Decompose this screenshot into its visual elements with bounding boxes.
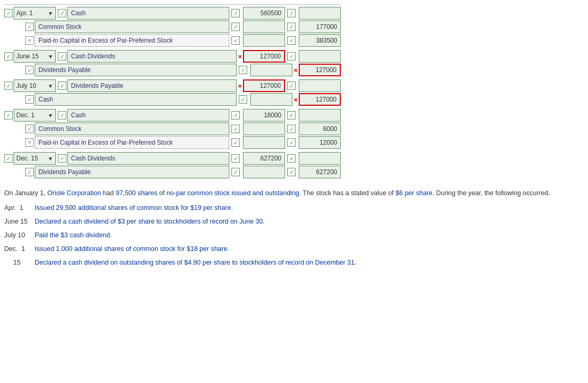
debit-empty-apr1[interactable]: 0 — [243, 21, 285, 33]
debit-cash-dec1[interactable]: 18000 — [243, 109, 285, 122]
debit-empty-july10[interactable]: 0 — [250, 93, 292, 106]
check-june15-cr[interactable] — [287, 52, 296, 61]
check-dec1-cr1[interactable] — [25, 125, 34, 133]
debit-cashdiv-june15[interactable]: 127000 — [243, 50, 285, 63]
account-paidin-dec1[interactable]: Paid-in Capital in Excess of Par-Preferr… — [35, 136, 229, 149]
check-dec15-debit[interactable] — [58, 154, 66, 163]
debit-cashdiv-dec15[interactable]: 627200 — [243, 152, 285, 165]
check-amt1[interactable] — [231, 9, 240, 17]
date-select-dec1[interactable]: Dec. 1 ▼ — [14, 109, 56, 122]
entry-row-dec15-debit: Dec. 15 ▼ Cash Dividends 627200 0 — [4, 152, 341, 165]
credit-amount-apr1[interactable]: 177000 — [299, 21, 341, 33]
check-credit2[interactable] — [287, 23, 296, 31]
check-july10-debit[interactable] — [58, 82, 66, 90]
check-cr-dec1[interactable] — [287, 111, 296, 119]
check-dec1-cr2[interactable] — [287, 125, 296, 133]
credit-paidin-apr1[interactable]: 383500 — [299, 34, 341, 47]
description-block: On January 1, Oriole Corporation had 97,… — [4, 188, 583, 268]
account-cash-apr1[interactable]: Cash — [67, 7, 229, 19]
credit-paidin-dec1[interactable]: 12000 — [299, 136, 341, 149]
account-divpay-july10[interactable]: Dividends Payable — [67, 79, 237, 92]
check-debit[interactable] — [58, 9, 66, 17]
check-june15-debit[interactable] — [58, 52, 66, 61]
credit-cash-july10[interactable]: 127000 — [299, 93, 341, 106]
check-june15-cr2[interactable] — [25, 66, 34, 74]
debit-divpay-july10[interactable]: 127000 — [243, 79, 285, 92]
desc-line-dec15: 15 Declared a cash dividend on outstandi… — [4, 257, 583, 268]
check-july10-outer[interactable] — [4, 82, 13, 90]
check-amt2[interactable] — [231, 23, 240, 31]
entry-row-dec1-common: Common Stock 0 6000 — [25, 123, 341, 135]
entry-row-july10-debit: July 10 ▼ Dividends Payable × 127000 0 — [4, 79, 341, 92]
debit-empty-paidin[interactable]: 0 — [243, 34, 285, 47]
check-amt3[interactable] — [231, 36, 240, 45]
account-common-dec1[interactable]: Common Stock — [35, 123, 229, 135]
entry-row-credit1: Common Stock 0 177000 — [25, 21, 341, 33]
credit-empty-july10[interactable]: 0 — [299, 79, 341, 92]
check-july10-cr[interactable] — [287, 82, 296, 90]
check-dec15-d2[interactable] — [231, 168, 240, 176]
debit-empty-june15[interactable]: 0 — [250, 64, 292, 76]
debit-empty-divpay-dec15[interactable]: 0 — [243, 166, 285, 178]
check-x1[interactable] — [25, 36, 34, 45]
check-dec1-d2[interactable] — [231, 125, 240, 133]
account-cashdiv-dec15[interactable]: Cash Dividends — [67, 152, 229, 165]
debit-amount-apr1[interactable]: 560500 — [243, 7, 285, 19]
x-red-july10-debit: × — [238, 82, 242, 90]
credit-divpay-june15[interactable]: 127000 — [299, 64, 341, 76]
account-cash-july10[interactable]: Cash — [35, 93, 237, 106]
account-divpay-dec15[interactable]: Dividends Payable — [35, 166, 229, 178]
entry-row-june15-credit: Dividends Payable 0 × 127000 — [25, 64, 341, 76]
entry-group-june15: June 15 ▼ Cash Dividends × 127000 0 Divi… — [4, 50, 341, 76]
check-dec15-cr1[interactable] — [25, 168, 34, 176]
desc-line-dec1: Dec. 1 Issued 1,000 additional shares of… — [4, 244, 583, 254]
credit-common-dec1[interactable]: 6000 — [299, 123, 341, 135]
date-select-dec15[interactable]: Dec. 15 ▼ — [14, 152, 56, 165]
x-red-june15-debit: × — [238, 53, 242, 61]
check-paidin-d[interactable] — [231, 138, 240, 147]
credit-empty-dec15[interactable]: 0 — [299, 152, 341, 165]
check-outer[interactable] — [4, 9, 13, 17]
check-amt-dec1[interactable] — [231, 111, 240, 119]
account-divpay-june15[interactable]: Dividends Payable — [35, 64, 237, 76]
account-commonstock-apr1[interactable]: Common Stock — [35, 21, 229, 33]
debit-empty-common-dec1[interactable]: 0 — [243, 123, 285, 135]
desc-line-july10: July 10 Paid the $3 cash dividend. — [4, 230, 583, 240]
x-red-june15-cr: × — [293, 66, 298, 74]
credit-divpay-dec15[interactable]: 627200 — [299, 166, 341, 178]
entry-row-june15-debit: June 15 ▼ Cash Dividends × 127000 0 — [4, 50, 341, 63]
entry-row: Apr. 1 ▼ Cash 560500 0 — [4, 7, 341, 19]
check-june15-outer[interactable] — [4, 52, 13, 61]
check-credit1[interactable] — [25, 23, 34, 31]
account-cashdiv-june15[interactable]: Cash Dividends — [67, 50, 237, 63]
check-dec15-outer[interactable] — [4, 154, 13, 163]
date-select-june15[interactable]: June 15 ▼ — [14, 50, 56, 63]
check-july10-cr2[interactable] — [25, 95, 34, 104]
entry-group-july10: July 10 ▼ Dividends Payable × 127000 0 C… — [4, 79, 341, 106]
entry-group-apr1: Apr. 1 ▼ Cash 560500 0 Common Stock 0 17… — [4, 7, 341, 47]
check-paidin-cr[interactable] — [287, 138, 296, 147]
credit-empty-dec1[interactable]: 0 — [299, 109, 341, 122]
account-paidin-apr1[interactable]: Paid-in Capital in Excess of Par-Preferr… — [35, 34, 229, 47]
entry-row-dec1-paidin: Paid-in Capital in Excess of Par-Preferr… — [25, 136, 341, 149]
check-dec1-outer[interactable] — [4, 111, 13, 119]
check-dec1-debit[interactable] — [58, 111, 66, 119]
date-select-july10[interactable]: July 10 ▼ — [14, 79, 56, 92]
credit-empty-june15[interactable]: 0 — [299, 50, 341, 63]
x-red-july10-cr: × — [293, 96, 298, 104]
journal-container: Apr. 1 ▼ Cash 560500 0 Common Stock 0 17… — [4, 4, 341, 178]
check-x-dec1[interactable] — [25, 138, 34, 147]
check-dec15-cr2[interactable] — [287, 168, 296, 176]
check-cr-dec15[interactable] — [287, 154, 296, 163]
check-amt-dec15[interactable] — [231, 154, 240, 163]
check-june15-debit2[interactable] — [239, 66, 247, 74]
date-select-apr1[interactable]: Apr. 1 ▼ — [14, 7, 56, 19]
account-cash-dec1[interactable]: Cash — [67, 109, 229, 122]
desc-line-apr1: Apr. 1 Issued 29,500 additional shares o… — [4, 203, 583, 213]
credit-amount-empty-apr1[interactable]: 0 — [299, 7, 341, 19]
debit-empty-paidin-dec1[interactable]: 0 — [243, 136, 285, 149]
check-july10-debit2[interactable] — [239, 95, 247, 104]
check-credit3[interactable] — [287, 36, 296, 45]
entry-row-dec1-debit: Dec. 1 ▼ Cash 18000 0 — [4, 109, 341, 122]
check-credit-top[interactable] — [287, 9, 296, 17]
